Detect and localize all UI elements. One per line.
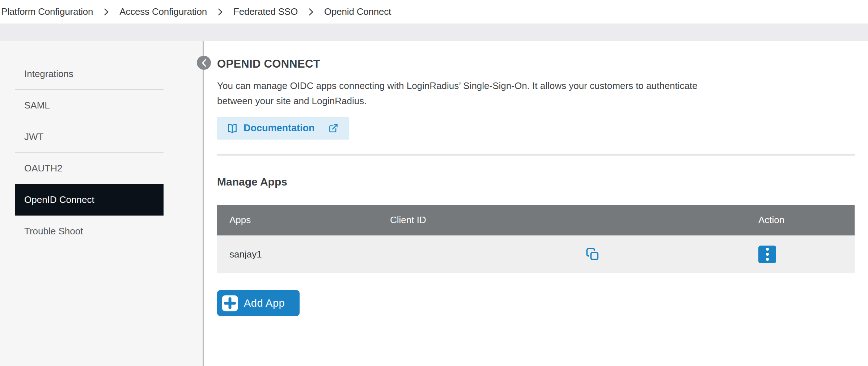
column-header-apps: Apps	[217, 214, 390, 226]
sidebar-item-openid-connect[interactable]: OpenID Connect	[15, 184, 164, 216]
page-description: You can manage OIDC apps connecting with…	[217, 78, 855, 108]
main-content: OPENID CONNECT You can manage OIDC apps …	[204, 41, 868, 366]
breadcrumb-item-access-configuration[interactable]: Access Configuration	[119, 6, 207, 17]
sidebar-item-label: Integrations	[24, 68, 73, 80]
sidebar-item-jwt[interactable]: JWT	[15, 121, 164, 153]
apps-table-header: Apps Client ID Action	[217, 205, 855, 235]
sidebar-item-label: JWT	[24, 131, 43, 142]
external-link-icon	[329, 123, 338, 133]
add-app-button[interactable]: Add App	[217, 290, 300, 316]
description-line: between your site and LoginRadius.	[217, 93, 855, 108]
table-row: sanjay1	[217, 235, 855, 273]
app-name: sanjay1	[217, 249, 390, 260]
book-icon	[226, 123, 238, 134]
sidebar-item-trouble-shoot[interactable]: Trouble Shoot	[15, 216, 164, 247]
section-divider	[217, 154, 855, 156]
header-band	[0, 24, 868, 41]
sidebar-item-label: OAUTH2	[24, 163, 62, 174]
breadcrumb-bar: Platform Configuration Access Configurat…	[0, 0, 868, 24]
copy-icon	[586, 247, 600, 261]
apps-table: Apps Client ID Action sanjay1	[217, 205, 855, 273]
kebab-dot	[766, 248, 769, 251]
chevron-right-icon	[309, 8, 313, 16]
sidebar-menu: Integrations SAML JWT OAUTH2 OpenID Conn…	[15, 58, 164, 247]
sidebar-item-label: SAML	[24, 100, 50, 111]
breadcrumb: Platform Configuration Access Configurat…	[1, 6, 391, 17]
row-actions-menu-button[interactable]	[758, 246, 776, 263]
collapse-sidebar-button[interactable]	[197, 56, 211, 70]
chevron-right-icon	[104, 8, 109, 16]
add-app-label: Add App	[244, 297, 285, 309]
breadcrumb-item-federated-sso[interactable]: Federated SSO	[233, 6, 298, 17]
breadcrumb-item-platform-configuration[interactable]: Platform Configuration	[1, 6, 93, 17]
kebab-dot	[766, 258, 769, 261]
manage-apps-title: Manage Apps	[217, 176, 855, 188]
description-line: You can manage OIDC apps connecting with…	[217, 78, 855, 93]
sidebar-item-label: OpenID Connect	[24, 194, 94, 205]
chevron-right-icon	[218, 8, 223, 16]
page-title: OPENID CONNECT	[217, 58, 855, 71]
documentation-label: Documentation	[244, 123, 315, 134]
sidebar: Integrations SAML JWT OAUTH2 OpenID Conn…	[0, 41, 204, 366]
kebab-dot	[766, 253, 769, 256]
sidebar-item-label: Trouble Shoot	[24, 226, 83, 237]
copy-client-id-button[interactable]	[585, 246, 601, 262]
sidebar-item-oauth2[interactable]: OAUTH2	[15, 153, 164, 184]
plus-icon	[222, 295, 238, 311]
sidebar-item-saml[interactable]: SAML	[15, 90, 164, 121]
column-header-client-id: Client ID	[390, 214, 758, 226]
sidebar-item-integrations[interactable]: Integrations	[15, 58, 164, 90]
column-header-action: Action	[758, 214, 855, 226]
documentation-link[interactable]: Documentation	[217, 117, 349, 140]
breadcrumb-item-openid-connect[interactable]: Openid Connect	[324, 6, 391, 17]
chevron-left-icon	[202, 59, 207, 67]
